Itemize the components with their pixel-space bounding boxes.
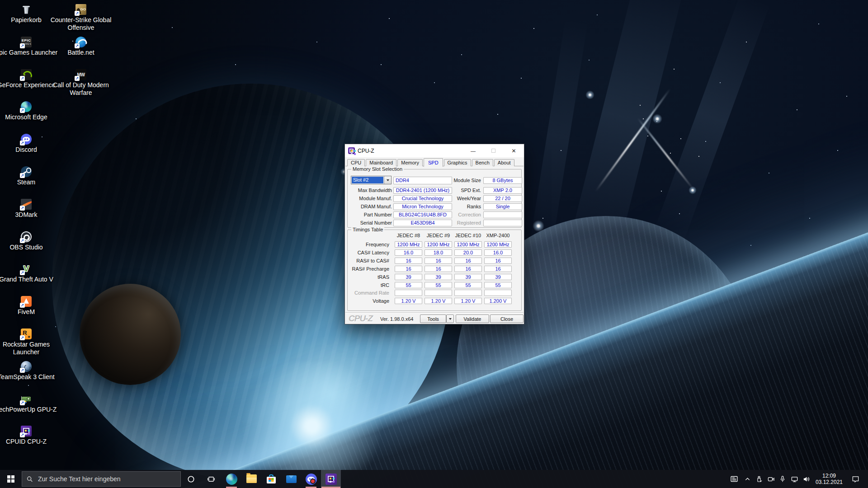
shortcut-arrow-icon: ↗	[20, 400, 25, 405]
desktop-icon-3dmark[interactable]: ↗3DMark	[0, 199, 61, 219]
discord-icon	[306, 474, 317, 485]
taskbar-app-discord[interactable]	[301, 470, 321, 488]
desktop-icon-steam[interactable]: ↗Steam	[0, 166, 61, 186]
validate-button[interactable]: Validate	[456, 314, 489, 323]
tab-cpu[interactable]: CPU	[347, 159, 365, 166]
desktop-icon-label: Rockstar Games Launcher	[0, 341, 60, 356]
desktop-icon-label: CPUID CPU-Z	[6, 438, 47, 446]
desktop-icon-teamspeak-3-client[interactable]: ↗TeamSpeak 3 Client	[0, 361, 61, 381]
desktop-icon-grand-theft-auto-v[interactable]: V↗Grand Theft Auto V	[0, 263, 61, 283]
timings-cell: 55	[395, 282, 422, 288]
search-input[interactable]	[37, 475, 176, 483]
mail-icon	[286, 474, 297, 485]
shortcut-arrow-icon: ↗	[20, 108, 25, 113]
timings-cell: 16	[395, 258, 422, 264]
dropdown-arrow-icon[interactable]	[384, 176, 391, 184]
taskbar-search[interactable]	[22, 471, 181, 487]
tray-network-icon[interactable]	[788, 470, 800, 488]
timings-cell: 18.0	[425, 249, 452, 256]
tray-speaker-icon[interactable]	[800, 470, 812, 488]
cpuz-window: CPU-Z — ✕ CPUMainboardMemorySPDGraphicsB…	[344, 144, 524, 324]
group-label: Memory Slot Selection	[351, 166, 404, 172]
taskbar-app-edge[interactable]	[222, 470, 241, 488]
tools-button[interactable]: Tools	[420, 314, 446, 323]
taskbar-app-cpu-z[interactable]	[321, 470, 341, 488]
timings-cell: 1200 MHz	[395, 241, 422, 248]
shortcut-arrow-icon: ↗	[75, 11, 80, 16]
desktop-icon-cpuid-cpu-z[interactable]: ↗CPUID CPU-Z	[0, 426, 61, 446]
timings-table-group: Timings Table JEDEC #8JEDEC #9JEDEC #10X…	[347, 230, 522, 311]
store-icon	[266, 474, 277, 485]
cortana-button[interactable]	[181, 470, 201, 488]
desktop-icon-label: Battle.net	[67, 49, 94, 56]
timings-cell: 16	[454, 266, 482, 272]
clock-time: 12:09	[812, 473, 846, 479]
close-button[interactable]: Close	[490, 314, 524, 323]
field-value: 8 GBytes	[483, 177, 522, 184]
timings-cell: 16	[454, 258, 482, 264]
timings-cell: 1200 MHz	[454, 241, 482, 248]
edge-icon	[226, 474, 237, 485]
field-label: Correction	[436, 212, 481, 218]
desktop-icon-microsoft-edge[interactable]: ↗Microsoft Edge	[0, 101, 61, 121]
timings-cell: 1.20 V	[454, 298, 482, 304]
tray-news-icon[interactable]	[727, 470, 741, 488]
tab-spd[interactable]: SPD	[424, 158, 443, 167]
desktop-icon-label: Call of Duty Modern Warfare	[47, 81, 115, 97]
taskbar-app-mail[interactable]	[281, 470, 301, 488]
task-view-button[interactable]	[201, 470, 222, 488]
field-label: Module Size	[436, 178, 481, 183]
tab-mainboard[interactable]: Mainboard	[366, 159, 396, 166]
desktop-icon-rockstar-games-launcher[interactable]: R★↗Rockstar Games Launcher	[0, 328, 61, 356]
timings-cell: 39	[454, 274, 482, 280]
system-tray: 12:09 03.12.2021	[727, 470, 868, 488]
action-center-button[interactable]	[846, 470, 864, 488]
task-view-icon	[208, 475, 215, 483]
tray-mic-icon[interactable]	[777, 470, 788, 488]
tray-camera-icon[interactable]	[765, 470, 777, 488]
timings-column-header: JEDEC #9	[425, 233, 452, 238]
timings-cell: 1.20 V	[425, 298, 452, 304]
minimize-button[interactable]: —	[463, 144, 483, 157]
timings-cell: 1200 MHz	[484, 241, 512, 248]
tab-about[interactable]: About	[494, 159, 514, 166]
tab-bench[interactable]: Bench	[472, 159, 493, 166]
memory-slot-selection-group: Memory Slot Selection Slot #2 DDR4 Max B…	[347, 169, 522, 228]
version-text: Ver. 1.98.0.x64	[380, 316, 413, 322]
taskbar-clock[interactable]: 12:09 03.12.2021	[812, 473, 846, 485]
tools-dropdown-arrow[interactable]	[446, 314, 454, 323]
tray-chevron-up-icon[interactable]	[741, 470, 753, 488]
close-window-button[interactable]: ✕	[504, 144, 524, 157]
desktop-icon-techpowerup-gpu-z[interactable]: ↗TechPowerUp GPU-Z	[0, 394, 61, 413]
tab-graphics[interactable]: Graphics	[444, 159, 471, 166]
timings-cell: 16	[484, 258, 512, 264]
tray-usb-icon[interactable]	[753, 470, 765, 488]
desktop-icon-fivem[interactable]: ↗FiveM	[0, 296, 61, 316]
timings-column-header: JEDEC #8	[395, 233, 422, 238]
taskbar-app-file-explorer[interactable]	[241, 470, 261, 488]
desktop-icon-obs-studio[interactable]: ↗OBS Studio	[0, 231, 61, 251]
clock-date: 03.12.2021	[812, 479, 846, 485]
desktop-icon-call-of-duty-modern-warfare[interactable]: MW↗Call of Duty Modern Warfare	[47, 69, 115, 97]
shortcut-arrow-icon: ↗	[20, 173, 25, 178]
shortcut-arrow-icon: ↗	[20, 43, 25, 48]
tab-strip: CPUMainboardMemorySPDGraphicsBenchAbout	[347, 158, 515, 166]
tab-memory[interactable]: Memory	[397, 159, 423, 166]
slot-selector-dropdown[interactable]: Slot #2	[351, 176, 392, 184]
timings-cell	[425, 290, 452, 296]
timings-cell: 39	[425, 274, 452, 280]
start-button[interactable]	[0, 470, 22, 488]
window-titlebar[interactable]: CPU-Z — ✕	[345, 144, 524, 157]
desktop-icon-label: Microsoft Edge	[5, 113, 47, 121]
explorer-icon	[246, 474, 257, 485]
taskbar-app-microsoft-store[interactable]	[261, 470, 281, 488]
desktop-icon-label: Discord	[15, 146, 37, 154]
desktop-icon-discord[interactable]: ↗Discord	[0, 134, 61, 154]
timings-cell: 1.20 V	[395, 298, 422, 304]
cpuz-icon	[326, 474, 337, 485]
desktop-icon-battle-net[interactable]: ↗Battle.net	[47, 37, 115, 56]
field-label: Part Number	[349, 212, 392, 218]
shortcut-arrow-icon: ↗	[20, 141, 25, 145]
teamspeak-icon: ↗	[21, 361, 32, 372]
desktop-icon-counter-strike-global-offensive[interactable]: GO↗Counter-Strike Global Offensive	[47, 4, 115, 32]
